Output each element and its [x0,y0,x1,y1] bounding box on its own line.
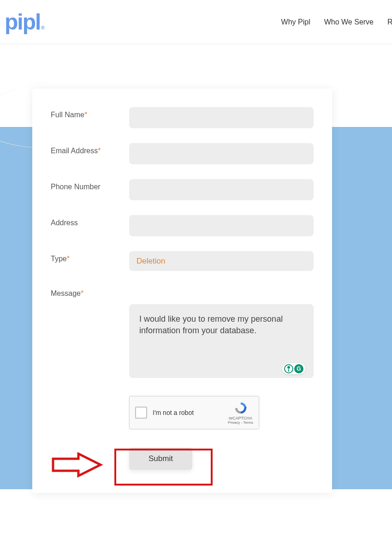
form-row-fullname: Full Name* [51,107,314,128]
input-fullname[interactable] [129,107,314,128]
input-email[interactable] [129,143,314,164]
required-marker: * [81,289,83,297]
recaptcha-brand: reCAPTCHA [229,416,252,420]
logo[interactable]: pipl ® [5,9,44,35]
label-message: Message* [51,286,129,298]
select-type[interactable]: Deletion [129,251,314,271]
recaptcha-badge: reCAPTCHA Privacy - Terms [228,401,253,425]
input-address[interactable] [129,215,314,236]
textarea-wrapper: G [129,286,314,380]
grammarly-icon[interactable]: G [294,364,303,373]
required-marker: * [84,111,87,119]
input-phone[interactable] [129,179,314,200]
form-row-message: Message* G [51,286,314,380]
logo-registered: ® [41,25,43,30]
request-form: Full Name* Email Address* Phone Number A… [32,89,332,493]
submit-button[interactable]: Submit [129,448,192,470]
header: pipl ® Why Pipl Who We Serve R [0,0,392,44]
label-phone: Phone Number [51,179,129,191]
label-fullname: Full Name* [51,107,129,119]
form-row-type: Type* Deletion [51,251,314,271]
recaptcha-links[interactable]: Privacy - Terms [228,420,253,425]
form-row-address: Address [51,215,314,236]
required-marker: * [98,147,101,155]
grammarly-tone-icon[interactable] [284,364,293,373]
recaptcha-row: I'm not a robot reCAPTCHA Privacy - Term… [51,396,314,429]
nav-who-we-serve[interactable]: Who We Serve [324,18,374,26]
nav-why-pipl[interactable]: Why Pipl [281,18,310,26]
form-row-phone: Phone Number [51,179,314,200]
label-type: Type* [51,251,129,263]
logo-text: pipl [5,9,40,35]
label-address: Address [51,215,129,227]
recaptcha-checkbox[interactable] [135,407,147,419]
required-marker: * [67,255,70,263]
form-row-email: Email Address* [51,143,314,164]
recaptcha-label: I'm not a robot [153,409,228,416]
nav-partial-item[interactable]: R [387,18,392,26]
recaptcha-widget: I'm not a robot reCAPTCHA Privacy - Term… [129,396,259,429]
recaptcha-logo-icon [234,401,248,415]
main-nav: Why Pipl Who We Serve R [281,18,392,26]
label-email: Email Address* [51,143,129,155]
grammarly-widget[interactable]: G [282,363,305,374]
submit-row: Submit [51,448,314,470]
